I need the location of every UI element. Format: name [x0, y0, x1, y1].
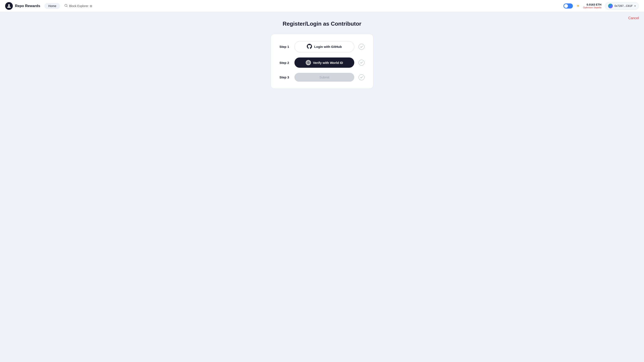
step-3-check: [358, 74, 364, 80]
steps-card: Step 1 Login with GitHub Step 2: [271, 34, 373, 89]
app-title: Repo Rewards: [15, 4, 40, 8]
step-2-label: Step 2: [280, 61, 290, 64]
github-icon: [307, 44, 312, 50]
sun-icon: ☀: [576, 4, 580, 8]
step-2-check: [358, 60, 364, 66]
verify-worldid-label: Verify with World ID: [313, 61, 343, 64]
wallet-button[interactable]: 0x7287...C81F ▾: [605, 2, 639, 10]
step-3-label: Step 3: [280, 76, 290, 79]
main-content: Cancel Register/Login as Contributor Ste…: [0, 12, 644, 89]
login-github-button[interactable]: Login with GitHub: [294, 41, 354, 52]
cancel-button[interactable]: Cancel: [628, 16, 639, 20]
verify-worldid-button[interactable]: Verify with World ID: [294, 58, 354, 68]
step-1-row: Step 1 Login with GitHub: [280, 41, 364, 52]
svg-point-0: [8, 4, 10, 6]
eth-balance-display: 0.0163 ETH Optimism Sepolia: [583, 3, 602, 9]
step-1-label: Step 1: [280, 45, 290, 48]
home-button[interactable]: Home: [44, 3, 60, 9]
submit-button[interactable]: Submit: [294, 73, 354, 82]
logo-svg: [6, 4, 12, 8]
step-2-row: Step 2 Verify with World ID: [280, 58, 364, 68]
svg-line-2: [67, 6, 68, 7]
network-label: Optimism Sepolia: [583, 6, 602, 9]
wallet-avatar: [608, 4, 613, 8]
block-explorer-icon: ⊞: [90, 4, 92, 8]
submit-label: Submit: [320, 76, 330, 79]
navbar-left: Repo Rewards Home Block Explorer ⊞: [5, 2, 92, 10]
logo-area[interactable]: Repo Rewards: [5, 2, 40, 10]
wallet-address: 0x7287...C81F: [614, 4, 633, 8]
step-1-check: [358, 44, 364, 50]
theme-toggle[interactable]: [564, 4, 573, 8]
logo-icon: [5, 2, 13, 10]
block-explorer-label: Block Explorer: [69, 4, 88, 8]
chevron-down-icon: ▾: [634, 4, 636, 8]
search-icon: [64, 4, 68, 8]
block-explorer-link[interactable]: Block Explorer ⊞: [64, 4, 92, 8]
worldid-icon: [306, 60, 311, 65]
eth-amount: 0.0163 ETH: [586, 3, 601, 6]
navbar-right: ☀ 0.0163 ETH Optimism Sepolia 0x7287...C…: [564, 2, 639, 10]
navbar: Repo Rewards Home Block Explorer ⊞ ☀ 0.0…: [0, 0, 644, 12]
step-3-row: Step 3 Submit: [280, 73, 364, 82]
login-github-label: Login with GitHub: [314, 45, 342, 48]
page-title: Register/Login as Contributor: [283, 20, 361, 27]
